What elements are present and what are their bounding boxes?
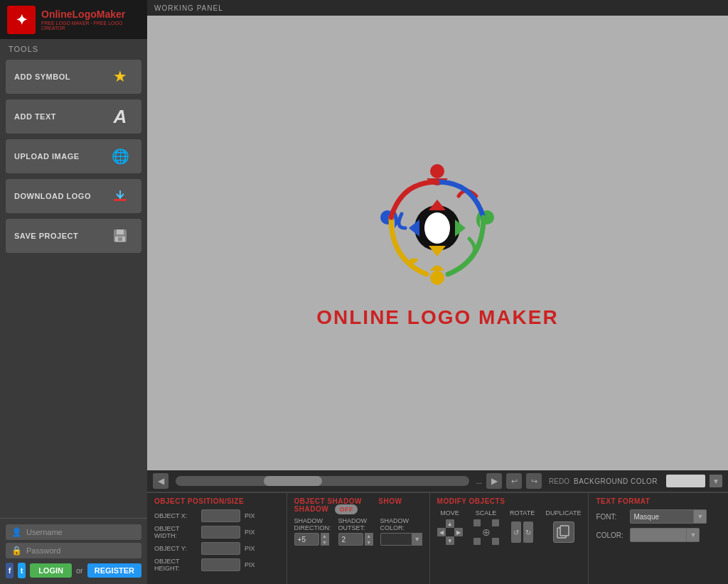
- show-shadow-toggle[interactable]: Off: [335, 504, 358, 514]
- font-color-dropdown[interactable]: ▼: [687, 528, 700, 542]
- star-icon: ★: [107, 64, 133, 90]
- svg-rect-5: [117, 229, 124, 234]
- svg-point-11: [430, 271, 444, 285]
- obj-x-input[interactable]: [201, 509, 240, 522]
- password-field-wrap: 🔒: [6, 543, 141, 558]
- or-label: or: [76, 566, 83, 575]
- username-field-wrap: 👤: [6, 524, 141, 540]
- add-symbol-button[interactable]: ADD SYMBOL ★: [6, 60, 141, 94]
- direction-down-button[interactable]: ▼: [321, 539, 329, 546]
- scale-br-button[interactable]: [492, 538, 499, 545]
- shadow-color-col: SHADOW COLOR: ▼: [380, 517, 422, 546]
- obj-w-input[interactable]: [201, 526, 240, 539]
- font-select-arrow[interactable]: ▼: [694, 509, 707, 524]
- text-format-title: TEXT FORMAT: [596, 497, 721, 505]
- login-area: 👤 🔒 f t LOGIN or REGISTER: [0, 518, 147, 584]
- redo-button[interactable]: ↪: [526, 473, 542, 489]
- scroll-thumb: [264, 476, 323, 486]
- move-action: Move ▲ ▼ ◀ ▶: [437, 509, 463, 545]
- move-left-button[interactable]: ◀: [437, 528, 446, 536]
- shadow-direction-spinner: ▲ ▼: [321, 533, 329, 546]
- shadow-direction-input[interactable]: [294, 533, 319, 546]
- svg-rect-0: [114, 199, 127, 201]
- shadow-offset-col: SHADOW OUTSET: ▲ ▼: [338, 517, 373, 546]
- add-text-label: ADD TEXT: [14, 112, 56, 121]
- move-right-button[interactable]: ▶: [454, 528, 463, 536]
- logo-icon: ✦: [7, 6, 36, 34]
- obj-y-row: OBJECT Y: PIX: [154, 542, 279, 555]
- obj-y-unit: PIX: [245, 545, 255, 552]
- move-up-button[interactable]: ▲: [446, 519, 454, 528]
- shadow-color-dropdown[interactable]: ▼: [412, 533, 422, 546]
- lock-icon: 🔒: [11, 546, 22, 556]
- register-button[interactable]: REGISTER: [87, 563, 141, 578]
- shadow-color-swatch[interactable]: [380, 533, 412, 546]
- scale-bl-button[interactable]: [473, 538, 481, 545]
- obj-h-input[interactable]: [201, 558, 240, 571]
- bottom-toolbar: ◀ ... ▶ ↩ ↪ REDO BACKGROUND COLOR ▼: [147, 470, 728, 492]
- move-arrows-wrap: ▲ ▼ ◀ ▶: [437, 519, 463, 545]
- modify-panel-title: MODIFY OBJECTS: [437, 497, 582, 505]
- logo-tagline1: FREE LOGO MAKER: [41, 21, 90, 26]
- prev-arrow[interactable]: ◀: [153, 473, 168, 489]
- password-input[interactable]: [26, 546, 136, 555]
- next-arrow[interactable]: ▶: [486, 473, 502, 489]
- offset-up-button[interactable]: ▲: [365, 533, 373, 539]
- save-project-label: SAVE PROJECT: [14, 232, 78, 240]
- shadow-direction-col: SHADOW DIRECTION: ▲ ▼: [294, 517, 331, 546]
- username-input[interactable]: [26, 528, 136, 536]
- rotate-wrap: ↺ ↻: [510, 519, 535, 545]
- text-icon: A: [107, 104, 133, 129]
- bg-color-swatch[interactable]: [666, 475, 705, 487]
- svg-point-13: [424, 212, 450, 244]
- shadow-direction-wrap: ▲ ▼: [294, 533, 331, 546]
- save-project-button[interactable]: SAVE PROJECT: [6, 219, 141, 253]
- offset-down-button[interactable]: ▼: [365, 539, 373, 546]
- obj-x-row: OBJECT X: PIX: [154, 509, 279, 522]
- facebook-button[interactable]: f: [6, 563, 14, 578]
- scale-tr-button[interactable]: [492, 519, 499, 526]
- obj-w-unit: PIX: [245, 529, 255, 536]
- bg-color-label: BACKGROUND COLOR: [574, 477, 658, 485]
- move-arrows: ▲ ▼ ◀ ▶: [437, 519, 463, 545]
- obj-h-row: OBJECT HEIGHT: PIX: [154, 558, 279, 572]
- rotate-label: Rotate: [510, 509, 535, 517]
- bg-color-dropdown[interactable]: ▼: [710, 475, 722, 487]
- add-text-button[interactable]: ADD TEXT A: [6, 99, 141, 134]
- modify-panel: MODIFY OBJECTS Move ▲ ▼ ◀ ▶ Scale: [430, 493, 589, 584]
- duplicate-action: Duplicate: [546, 509, 582, 545]
- undo-button[interactable]: ↩: [506, 473, 522, 489]
- font-select-wrap: Masque ▼: [630, 509, 707, 524]
- obj-x-unit: PIX: [245, 512, 255, 519]
- sidebar: TOOLS ADD SYMBOL ★ ADD TEXT A UPLOAD IMA…: [0, 39, 147, 584]
- shadow-offset-input[interactable]: [338, 533, 363, 546]
- logo-text-wrap: OnlineLogoMaker FREE LOGO MAKER · FREE L…: [41, 9, 140, 31]
- scale-tl-button[interactable]: [473, 519, 481, 526]
- duplicate-label: Duplicate: [546, 509, 582, 517]
- scroll-bar[interactable]: [176, 476, 469, 486]
- obj-x-label: OBJECT X:: [154, 512, 197, 519]
- shadow-panel-title: OBJECT SHADOW SHOW SHADOW Off: [294, 497, 422, 513]
- twitter-button[interactable]: t: [18, 563, 26, 578]
- text-format-panel: TEXT FORMAT FONT: Masque ▼ COLOR: ▼: [589, 493, 728, 584]
- obj-h-unit: PIX: [245, 561, 255, 568]
- duplicate-button[interactable]: [553, 521, 574, 543]
- scale-wrap: ⊕: [473, 519, 499, 545]
- logo-icon-symbol: ✦: [16, 11, 28, 28]
- rotate-cw-button[interactable]: ↻: [523, 521, 533, 543]
- direction-up-button[interactable]: ▲: [321, 533, 329, 539]
- upload-image-button[interactable]: UPLOAD IMAGE 🌐: [6, 139, 141, 173]
- download-logo-button[interactable]: DOWNLOAD LOGO: [6, 179, 141, 213]
- working-panel-label: WORKING PANEL: [147, 0, 728, 16]
- obj-w-label: OBJECT WIDTH:: [154, 525, 197, 539]
- bottom-panels: OBJECT POSITION/SIZE OBJECT X: PIX OBJEC…: [147, 492, 728, 584]
- rotate-ccw-button[interactable]: ↺: [511, 521, 521, 543]
- login-button[interactable]: LOGIN: [30, 563, 72, 578]
- user-icon: 👤: [11, 527, 22, 537]
- canvas-area[interactable]: ONLINE LOGO MAKER: [147, 16, 728, 470]
- color-row: COLOR: ▼: [596, 528, 721, 542]
- move-down-button[interactable]: ▼: [446, 536, 454, 545]
- font-color-swatch[interactable]: [630, 528, 687, 542]
- obj-y-input[interactable]: [201, 542, 240, 555]
- font-select[interactable]: Masque: [630, 509, 694, 524]
